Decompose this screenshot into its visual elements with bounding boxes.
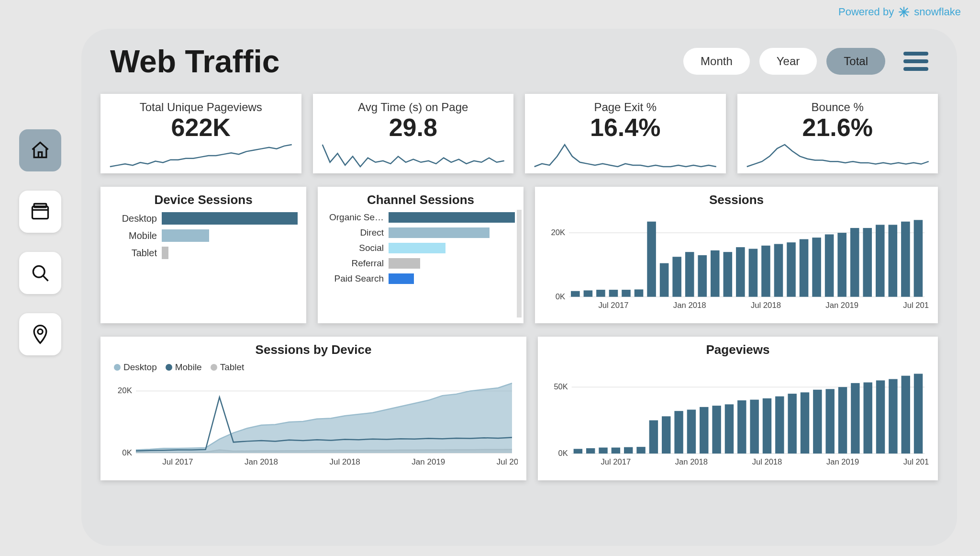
svg-rect-68 — [674, 411, 683, 454]
legend-desktop: Desktop — [114, 362, 157, 373]
kpi-label: Total Unique Pageviews — [140, 101, 262, 114]
svg-text:Jul 2017: Jul 2017 — [601, 457, 631, 466]
svg-text:Jan 2018: Jan 2018 — [245, 457, 278, 466]
svg-rect-80 — [825, 389, 834, 454]
legend-dot-icon — [114, 364, 121, 371]
card-title: Sessions by Device — [109, 342, 518, 357]
svg-rect-38 — [876, 225, 885, 296]
svg-rect-86 — [902, 376, 910, 454]
svg-rect-21 — [660, 263, 669, 297]
svg-point-9 — [38, 329, 43, 334]
svg-rect-25 — [711, 250, 720, 297]
kpi-value: 622K — [171, 113, 231, 142]
svg-rect-32 — [800, 239, 809, 296]
svg-rect-39 — [889, 225, 898, 296]
svg-point-7 — [33, 266, 45, 277]
header-controls: Month Year Total — [683, 48, 928, 75]
svg-text:Jul 2018: Jul 2018 — [330, 457, 360, 466]
hbar-track — [389, 273, 515, 284]
svg-rect-70 — [700, 407, 708, 454]
svg-text:Jan 2019: Jan 2019 — [412, 457, 445, 466]
svg-text:Jul 2019: Jul 2019 — [903, 301, 929, 310]
hbar-track — [389, 243, 515, 253]
legend: Desktop Mobile Tablet — [109, 362, 518, 373]
menu-button[interactable] — [903, 52, 928, 71]
sessions-by-device-card: Sessions by Device Desktop Mobile Tablet… — [100, 337, 526, 480]
sidebar — [19, 129, 61, 355]
svg-rect-14 — [571, 291, 580, 297]
page-title: Web Traffic — [110, 43, 280, 79]
hbar-track — [162, 212, 298, 225]
hbar-label: Direct — [326, 227, 389, 238]
hbar-row: Organic Se… — [326, 212, 515, 223]
legend-label: Desktop — [123, 362, 157, 373]
nav-home[interactable] — [19, 129, 61, 171]
hbar-row: Tablet — [109, 247, 298, 259]
hamburger-bar-icon — [903, 59, 928, 63]
tab-year[interactable]: Year — [759, 48, 817, 75]
svg-text:0K: 0K — [556, 292, 565, 301]
svg-rect-20 — [647, 222, 656, 297]
hbar-label: Organic Se… — [326, 212, 389, 223]
svg-text:Jul 2018: Jul 2018 — [752, 457, 782, 466]
svg-text:Jul 2017: Jul 2017 — [598, 301, 628, 310]
svg-rect-73 — [737, 400, 746, 454]
sessions-by-device-chart: 0K20KJul 2017Jan 2018Jul 2018Jan 2019Jul… — [109, 373, 518, 468]
hbar-fill — [389, 227, 490, 238]
hbar-fill — [162, 247, 168, 259]
kpi-sparkline — [322, 142, 505, 170]
kpi-value: 16.4% — [590, 113, 660, 142]
pageviews-card: Pageviews 0K50KJul 2017Jan 2018Jul 2018J… — [538, 337, 938, 480]
nav-search[interactable] — [19, 252, 61, 294]
svg-rect-81 — [838, 387, 847, 454]
hbar-track — [389, 227, 515, 238]
svg-rect-71 — [712, 406, 721, 454]
hbar-label: Paid Search — [326, 273, 389, 284]
svg-rect-65 — [636, 447, 645, 454]
svg-rect-23 — [685, 252, 694, 297]
channel-bars: Organic Se…DirectSocialReferralPaid Sear… — [326, 212, 515, 284]
snowflake-icon — [898, 6, 910, 18]
hamburger-bar-icon — [903, 52, 928, 56]
svg-rect-66 — [649, 420, 658, 454]
svg-rect-35 — [837, 233, 846, 297]
svg-rect-37 — [863, 228, 872, 297]
hbar-label: Referral — [326, 258, 389, 269]
tab-month[interactable]: Month — [683, 48, 750, 75]
scrollbar[interactable] — [517, 210, 522, 318]
svg-rect-31 — [787, 242, 796, 297]
svg-text:20K: 20K — [551, 228, 566, 237]
svg-text:Jul 2018: Jul 2018 — [751, 301, 781, 310]
kpi-sparkline — [109, 142, 293, 170]
channel-sessions-card: Channel Sessions Organic Se…DirectSocial… — [318, 187, 523, 323]
home-icon — [30, 140, 51, 161]
svg-rect-4 — [33, 206, 48, 219]
kpi-exit: Page Exit % 16.4% — [525, 94, 726, 173]
svg-rect-78 — [801, 392, 809, 454]
search-icon — [30, 262, 51, 284]
nav-browser[interactable] — [19, 191, 61, 233]
hbar-label: Mobile — [109, 230, 162, 241]
svg-text:Jan 2018: Jan 2018 — [675, 457, 708, 466]
svg-rect-77 — [788, 394, 796, 454]
svg-rect-26 — [724, 252, 733, 297]
hbar-track — [162, 247, 298, 259]
kpi-sparkline — [534, 142, 717, 170]
svg-rect-82 — [851, 383, 859, 454]
svg-rect-84 — [876, 380, 885, 454]
svg-rect-62 — [599, 448, 607, 454]
svg-rect-30 — [774, 244, 783, 296]
svg-text:Jul 2017: Jul 2017 — [162, 457, 193, 466]
card-title: Pageviews — [546, 342, 929, 357]
device-bars: DesktopMobileTablet — [109, 212, 298, 259]
hbar-fill — [389, 258, 420, 269]
svg-rect-6 — [34, 204, 46, 207]
pageviews-chart: 0K50KJul 2017Jan 2018Jul 2018Jan 2019Jul… — [546, 362, 929, 470]
main-panel: Web Traffic Month Year Total Total Uniqu… — [81, 29, 957, 546]
nav-location[interactable] — [19, 313, 61, 355]
hbar-label: Tablet — [109, 248, 162, 259]
legend-label: Mobile — [175, 362, 202, 373]
svg-rect-75 — [763, 398, 771, 454]
hbar-fill — [389, 243, 445, 253]
tab-total[interactable]: Total — [826, 48, 885, 75]
